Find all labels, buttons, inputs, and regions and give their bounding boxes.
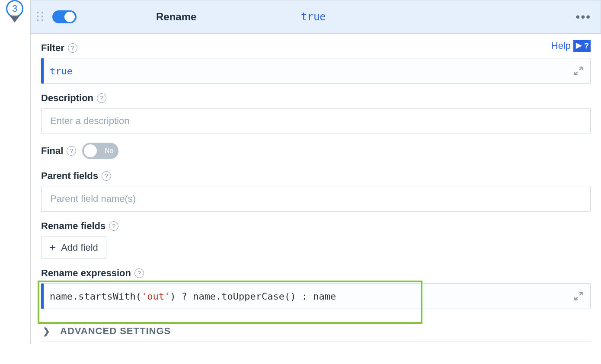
help-icon[interactable]: ?	[67, 146, 76, 156]
final-toggle[interactable]: No	[82, 143, 118, 159]
description-input[interactable]: Enter a description	[41, 108, 591, 134]
filter-value: true	[50, 66, 73, 77]
add-field-button[interactable]: + Add field	[41, 236, 106, 259]
help-link-label: Help	[551, 40, 571, 51]
help-video-icon: ?	[573, 40, 591, 52]
rename-expression-input[interactable]: name.startsWith('out') ? name.toUpperCas…	[41, 283, 591, 309]
step-number: 3	[12, 3, 17, 14]
popout-icon[interactable]	[573, 291, 584, 302]
card-header[interactable]: Rename true •••	[31, 0, 601, 34]
help-icon[interactable]: ?	[102, 171, 111, 181]
header-title: Rename	[156, 11, 196, 23]
popout-icon[interactable]	[573, 65, 584, 77]
plus-icon: +	[49, 241, 56, 254]
description-placeholder: Enter a description	[50, 115, 129, 127]
parent-fields-label: Parent fields	[41, 170, 98, 182]
final-label: Final	[41, 145, 63, 156]
rename-expression-label: Rename expression	[41, 268, 131, 279]
add-field-label: Add field	[61, 242, 98, 253]
svg-marker-0	[576, 43, 582, 49]
filter-input[interactable]: true	[41, 58, 591, 84]
rename-fields-label: Rename fields	[41, 220, 105, 232]
help-icon[interactable]: ?	[97, 93, 106, 103]
enable-toggle[interactable]	[52, 10, 77, 23]
header-value: true	[301, 11, 326, 23]
help-link[interactable]: Help ?	[551, 40, 591, 52]
description-label: Description	[41, 93, 93, 104]
advanced-settings-toggle[interactable]: ❯ ADVANCED SETTINGS	[41, 318, 591, 342]
parent-fields-placeholder: Parent field name(s)	[50, 193, 136, 204]
final-toggle-label: No	[105, 147, 113, 155]
parent-fields-input[interactable]: Parent field name(s)	[41, 186, 591, 212]
step-marker[interactable]: 3	[6, 0, 23, 17]
more-menu-icon[interactable]: •••	[576, 10, 591, 24]
chevron-right-icon: ❯	[43, 326, 51, 336]
drag-handle-icon[interactable]	[37, 12, 45, 22]
expr-code: name.startsWith('out') ? name.toUpperCas…	[50, 291, 336, 302]
step-gutter: 3	[0, 0, 30, 344]
filter-label: Filter	[41, 42, 64, 54]
help-icon[interactable]: ?	[109, 221, 118, 231]
help-icon[interactable]: ?	[68, 43, 77, 53]
advanced-settings-label: ADVANCED SETTINGS	[60, 326, 171, 337]
rule-card: Rename true ••• Help ? Filter ? true	[30, 0, 601, 344]
help-icon[interactable]: ?	[134, 268, 144, 278]
